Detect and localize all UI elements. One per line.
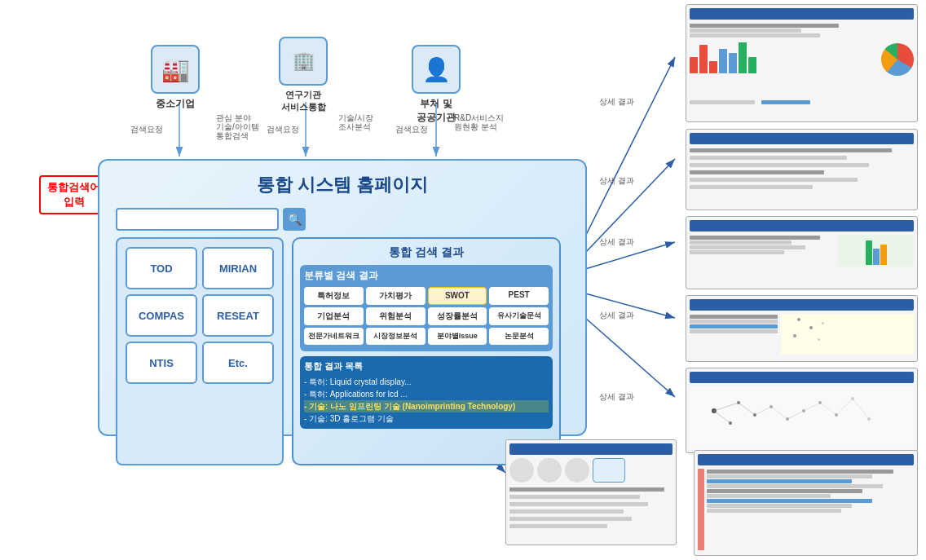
result-item-3: - 기술: 나노 임프린팅 기술 (Nanoimprinting Technol… xyxy=(304,400,549,412)
cat-issue: 분야별Issue xyxy=(428,328,487,345)
svg-line-54 xyxy=(853,399,869,419)
user-gov: 👤 부처 및 공공기관 xyxy=(412,45,461,125)
svg-line-51 xyxy=(804,403,820,411)
svg-line-12 xyxy=(585,293,675,318)
svg-line-10 xyxy=(585,159,675,253)
svg-text:상세 결과: 상세 결과 xyxy=(599,237,634,246)
cat-paper: 논문분석 xyxy=(489,328,549,345)
category-section: 분류별 검색 결과 특허정보 가치평가 SWOT PEST 기업분석 위험분석 … xyxy=(300,265,553,351)
cat-growth: 성장률분석 xyxy=(428,307,487,325)
homepage-box: 통합 시스템 홈페이지 🔍 TOD MIRIAN COMPAS RESEAT N… xyxy=(98,159,587,436)
category-section-title: 분류별 검색 결과 xyxy=(304,269,549,283)
svg-text:기술/아이템: 기술/아이템 xyxy=(216,122,259,131)
svg-line-45 xyxy=(714,403,739,411)
result-list-title: 통합 결과 목록 xyxy=(304,360,549,373)
svg-text:상세 결과: 상세 결과 xyxy=(599,176,634,185)
screenshot-3 xyxy=(686,216,918,289)
cat-expert: 전문가네트워크 xyxy=(304,328,364,345)
db-etc: Etc. xyxy=(202,342,274,384)
db-tod: TOD xyxy=(126,247,197,289)
user-sme: 🏭 중소기업 xyxy=(151,45,200,111)
category-row-2: 기업분석 위험분석 성장률분석 유사기술문석 xyxy=(304,307,549,325)
svg-line-49 xyxy=(771,407,787,419)
category-row-3: 전문가네트워크 시장정보분석 분야별Issue 논문분석 xyxy=(304,328,549,345)
search-area: 🔍 xyxy=(116,208,577,231)
result-list-section: 통합 결과 목록 - 특허: Liquid crystal display...… xyxy=(300,356,553,429)
svg-line-52 xyxy=(820,403,836,415)
gov-icon: 👤 xyxy=(412,45,461,94)
svg-line-48 xyxy=(755,407,771,415)
service-label: 연구기관 서비스통합 xyxy=(281,89,326,113)
svg-line-50 xyxy=(787,411,804,419)
sme-icon: 🏭 xyxy=(151,45,200,94)
homepage-title: 통합 시스템 홈페이지 xyxy=(108,169,577,201)
gov-label: 부처 및 공공기관 xyxy=(417,97,456,125)
svg-line-13 xyxy=(585,318,675,397)
svg-text:통합검색: 통합검색 xyxy=(216,131,249,140)
screenshot-1 xyxy=(686,4,918,122)
svg-line-47 xyxy=(714,411,730,423)
svg-text:상세 결과: 상세 결과 xyxy=(599,97,634,106)
result-item-1: - 특허: Liquid crystal display... xyxy=(304,376,549,388)
svg-text:관심 분야: 관심 분야 xyxy=(216,113,251,122)
cat-similar: 유사기술문석 xyxy=(489,307,549,325)
svg-line-11 xyxy=(585,242,675,269)
svg-line-9 xyxy=(585,57,675,236)
sme-label: 중소기업 xyxy=(156,97,195,111)
cat-market: 시장정보분석 xyxy=(366,328,426,345)
svg-text:상세 결과: 상세 결과 xyxy=(599,311,634,320)
search-input[interactable] xyxy=(116,208,279,231)
screenshot-5 xyxy=(686,368,918,453)
svg-text:기술/시장: 기술/시장 xyxy=(338,113,373,122)
main-diagram: 통합 검색결과 검색요정 관심 분야 기술/아이템 통합검색 검색요정 기술/시… xyxy=(0,0,926,560)
cat-value: 가치평가 xyxy=(366,287,426,305)
result-item-4: - 기술: 3D 홀로그램 기술 xyxy=(304,412,549,425)
result-box: 통합 검색 결과 분류별 검색 결과 특허정보 가치평가 SWOT PEST 기… xyxy=(292,237,561,465)
service-icon: 🏢 xyxy=(279,37,328,86)
cat-biz: 기업분석 xyxy=(304,307,364,325)
screenshot-4 xyxy=(686,295,918,362)
svg-text:검색요정: 검색요정 xyxy=(395,125,428,134)
db-ntis: NTIS xyxy=(126,342,197,384)
category-row-1: 특허정보 가치평가 SWOT PEST xyxy=(304,287,549,305)
cat-patent: 특허정보 xyxy=(304,287,364,305)
db-grid: TOD MIRIAN COMPAS RESEAT NTIS Etc. xyxy=(116,237,284,465)
svg-text:검색요정: 검색요정 xyxy=(267,125,299,134)
screenshot-2 xyxy=(686,129,918,210)
user-service: 🏢 연구기관 서비스통합 xyxy=(279,37,328,113)
db-reseat: RESEAT xyxy=(202,294,274,337)
db-mirian: MIRIAN xyxy=(202,247,274,289)
svg-text:검색요정: 검색요정 xyxy=(130,125,163,134)
svg-text:조사분석: 조사분석 xyxy=(338,122,371,131)
search-button[interactable]: 🔍 xyxy=(283,208,306,231)
cat-swot[interactable]: SWOT xyxy=(428,287,487,305)
svg-text:상세 결과: 상세 결과 xyxy=(599,392,634,401)
cat-pest: PEST xyxy=(489,287,549,305)
cat-risk: 위험분석 xyxy=(366,307,426,325)
screenshot-7 xyxy=(694,450,918,556)
svg-line-53 xyxy=(836,399,853,415)
svg-text:R&D서비스지: R&D서비스지 xyxy=(454,113,504,122)
svg-line-46 xyxy=(739,403,755,415)
screenshot-6 xyxy=(505,439,677,545)
result-title: 통합 검색 결과 xyxy=(300,245,553,260)
db-compas: COMPAS xyxy=(126,294,197,337)
result-item-2: - 특허: Applications for lcd ... xyxy=(304,388,549,400)
